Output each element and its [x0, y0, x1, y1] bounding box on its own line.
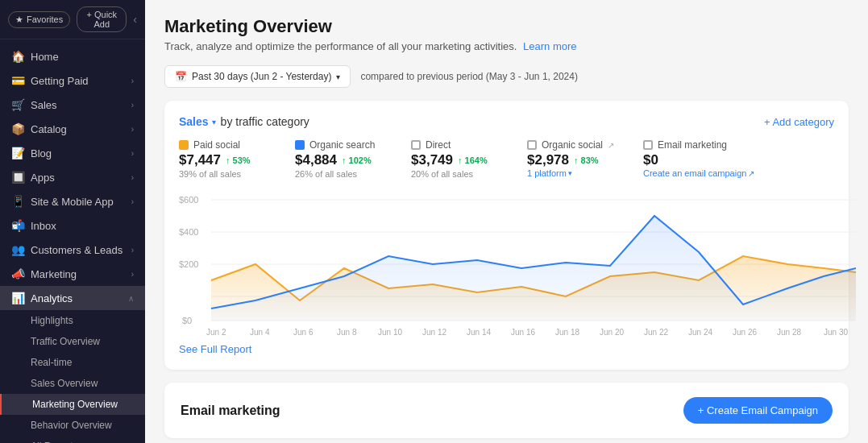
sidebar-item-real-time[interactable]: Real-time [0, 352, 145, 373]
sidebar-item-marketing[interactable]: 📣 Marketing › [0, 262, 145, 286]
marketing-icon: 📣 [11, 267, 24, 280]
blog-icon: 📝 [11, 147, 24, 159]
svg-text:Jun 16: Jun 16 [511, 328, 535, 337]
svg-text:$400: $400 [179, 227, 198, 237]
sidebar-nav: 🏠 Home 💳 Getting Paid › 🛒 Sales › 📦 Cata… [0, 39, 145, 443]
direct-checkbox[interactable] [411, 140, 421, 150]
svg-text:Jun 30: Jun 30 [824, 328, 848, 337]
date-picker-button[interactable]: 📅 Past 30 days (Jun 2 - Yesterday) ▾ [164, 65, 351, 88]
chevron-right-icon: › [131, 125, 134, 134]
chevron-right-icon: › [131, 197, 134, 206]
email-card-title: Email marketing [181, 404, 280, 418]
sidebar-item-apps[interactable]: 🔲 Apps › [0, 165, 145, 189]
add-category-button[interactable]: + Add category [764, 116, 834, 128]
sidebar-collapse-button[interactable]: ‹ [133, 13, 137, 26]
sidebar: ★ Favorites + Quick Add ‹ 🏠 Home 💳 Getti… [0, 0, 145, 443]
organic-search-checkbox[interactable] [295, 140, 305, 150]
chart-title-sales[interactable]: Sales [179, 115, 209, 128]
chevron-right-icon: › [131, 149, 134, 158]
learn-more-link[interactable]: Learn more [523, 40, 576, 52]
create-email-campaign-button[interactable]: + Create Email Campaign [683, 397, 833, 424]
sidebar-item-traffic-overview[interactable]: Traffic Overview [0, 331, 145, 352]
analytics-icon: 📊 [11, 292, 24, 304]
apps-icon: 🔲 [11, 171, 24, 184]
chevron-right-icon: › [131, 101, 134, 110]
metric-organic-social: Organic social ↗ $2,978 ↑ 83% 1 platform… [527, 139, 624, 179]
sidebar-item-highlights[interactable]: Highlights [0, 310, 145, 331]
quick-add-button[interactable]: + Quick Add [77, 6, 127, 32]
home-icon: 🏠 [11, 50, 24, 63]
sales-icon: 🛒 [11, 98, 24, 111]
email-marketing-card: Email marketing + Create Email Campaign [164, 383, 849, 438]
calendar-icon: 📅 [175, 71, 187, 82]
sidebar-item-inbox[interactable]: 📬 Inbox [0, 213, 145, 238]
svg-text:$600: $600 [179, 195, 198, 205]
paid-social-checkbox[interactable] [179, 140, 189, 150]
date-filter-bar: 📅 Past 30 days (Jun 2 - Yesterday) ▾ com… [164, 65, 849, 88]
metric-direct: Direct $3,749 ↑ 164% 20% of all sales [411, 139, 508, 179]
date-compare-text: compared to previous period (May 3 - Jun… [360, 71, 577, 82]
inbox-icon: 📬 [11, 219, 24, 232]
chevron-right-icon: › [131, 77, 134, 85]
chevron-right-icon: › [131, 270, 134, 279]
sidebar-item-all-reports[interactable]: All Reports [0, 436, 145, 443]
sidebar-item-behavior-overview[interactable]: Behavior Overview [0, 415, 145, 436]
sidebar-item-sales[interactable]: 🛒 Sales › [0, 93, 145, 117]
chart-header: Sales ▾ by traffic category + Add catego… [179, 115, 834, 128]
chevron-right-icon: › [131, 173, 134, 182]
sidebar-item-blog[interactable]: 📝 Blog › [0, 141, 145, 165]
page-subtitle: Track, analyze and optimize the performa… [164, 40, 849, 52]
platform-link[interactable]: 1 platform ▾ [527, 168, 624, 178]
svg-text:Jun 8: Jun 8 [337, 328, 357, 337]
svg-text:Jun 6: Jun 6 [293, 328, 314, 337]
getting-paid-icon: 💳 [11, 74, 24, 87]
sidebar-item-customers[interactable]: 👥 Customers & Leads › [0, 238, 145, 262]
svg-text:$0: $0 [182, 316, 192, 325]
main-content: Marketing Overview Track, analyze and op… [145, 0, 868, 443]
svg-text:Jun 22: Jun 22 [644, 328, 668, 337]
analytics-subnav: Highlights Traffic Overview Real-time Sa… [0, 310, 145, 443]
page-title: Marketing Overview [164, 16, 849, 37]
metric-paid-social: Paid social $7,447 ↑ 53% 39% of all sale… [179, 139, 276, 179]
organic-social-checkbox[interactable] [527, 140, 537, 150]
svg-text:Jun 12: Jun 12 [422, 328, 446, 337]
svg-text:Jun 14: Jun 14 [467, 328, 491, 337]
external-link-icon: ↗ [608, 141, 614, 150]
svg-text:Jun 28: Jun 28 [777, 328, 801, 337]
svg-text:Jun 10: Jun 10 [378, 328, 402, 337]
sidebar-item-home[interactable]: 🏠 Home [0, 44, 145, 68]
line-chart: $600 $400 $200 $0 [179, 192, 834, 337]
chevron-down-icon: ▾ [568, 169, 572, 177]
sales-chart-card: Sales ▾ by traffic category + Add catego… [164, 101, 849, 370]
svg-text:Jun 26: Jun 26 [733, 328, 757, 337]
sidebar-item-analytics[interactable]: 📊 Analytics ∧ [0, 286, 145, 310]
catalog-icon: 📦 [11, 122, 24, 135]
svg-text:Jun 18: Jun 18 [555, 328, 579, 337]
metric-email-marketing: Email marketing $0 Create an email campa… [643, 139, 754, 179]
page-header: Marketing Overview Track, analyze and op… [164, 16, 849, 52]
svg-text:Jun 2: Jun 2 [206, 328, 226, 337]
customers-icon: 👥 [11, 243, 24, 256]
chevron-down-icon: ▾ [336, 72, 340, 81]
chevron-right-icon: › [131, 246, 134, 255]
metrics-row: Paid social $7,447 ↑ 53% 39% of all sale… [179, 139, 834, 179]
external-link-icon: ↗ [748, 169, 754, 178]
metric-organic-search: Organic search $4,884 ↑ 102% 26% of all … [295, 139, 392, 179]
sidebar-item-sales-overview[interactable]: Sales Overview [0, 373, 145, 394]
chart-svg: $600 $400 $200 $0 [179, 192, 856, 337]
see-full-report-button[interactable]: See Full Report [179, 343, 251, 355]
svg-text:$200: $200 [179, 259, 198, 269]
svg-text:Jun 4: Jun 4 [250, 328, 270, 337]
sidebar-top: ★ Favorites + Quick Add ‹ [0, 0, 145, 39]
favorites-button[interactable]: ★ Favorites [8, 11, 70, 28]
sidebar-item-getting-paid[interactable]: 💳 Getting Paid › [0, 68, 145, 93]
create-email-campaign-link[interactable]: Create an email campaign ↗ [643, 168, 754, 178]
svg-text:Jun 20: Jun 20 [600, 328, 624, 337]
sidebar-item-marketing-overview[interactable]: Marketing Overview [0, 394, 145, 415]
svg-text:Jun 24: Jun 24 [688, 328, 712, 337]
chevron-down-icon: ▾ [212, 118, 216, 126]
site-icon: 📱 [11, 195, 24, 208]
email-checkbox[interactable] [643, 140, 653, 150]
sidebar-item-catalog[interactable]: 📦 Catalog › [0, 117, 145, 141]
sidebar-item-site-mobile[interactable]: 📱 Site & Mobile App › [0, 189, 145, 213]
